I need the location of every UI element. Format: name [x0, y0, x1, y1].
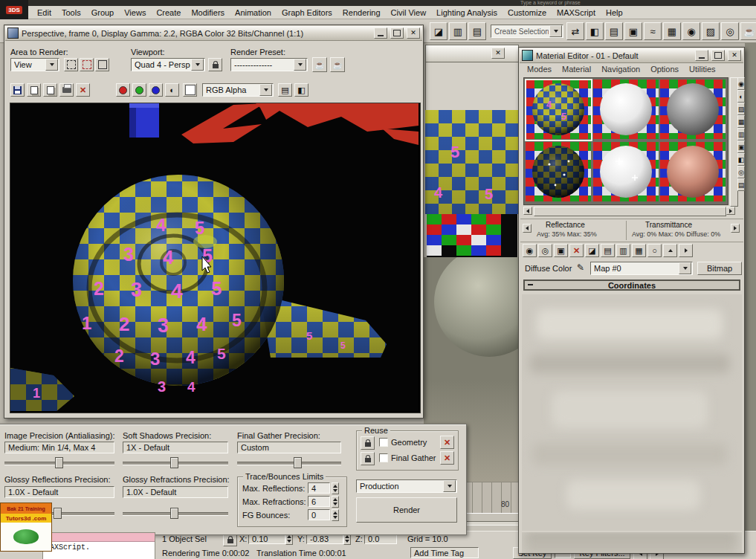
red-channel-icon[interactable]: [116, 83, 130, 97]
fg-bounces-spinner[interactable]: [332, 509, 339, 521]
auto-region-icon[interactable]: [80, 58, 94, 71]
sample-slot-2[interactable]: [593, 80, 659, 140]
channel-dropdown-icon[interactable]: [259, 84, 272, 96]
area-to-render-combo[interactable]: View: [10, 58, 59, 71]
map-dropdown-icon[interactable]: [679, 262, 691, 274]
menu-rendering[interactable]: Rendering: [338, 8, 385, 17]
sample-type-icon[interactable]: ◉: [737, 77, 745, 90]
viewport-lock-icon[interactable]: [208, 58, 222, 71]
coordinates-rollout[interactable]: Coordinates: [523, 280, 740, 291]
print-image-icon[interactable]: [59, 83, 74, 97]
me-maximize-icon[interactable]: [711, 50, 725, 61]
copy-image-icon[interactable]: [27, 83, 41, 97]
me-minimize-icon[interactable]: [695, 50, 708, 61]
sample-slot-3[interactable]: [660, 80, 726, 140]
final-gather-checkbox[interactable]: [379, 453, 388, 462]
listener-pane[interactable]: MAXScript.: [43, 542, 155, 559]
render-production-icon[interactable]: ☕: [740, 22, 756, 40]
render-teapot-icon[interactable]: ☕: [330, 57, 345, 72]
me-menu-material[interactable]: Material: [562, 65, 591, 74]
rendered-frame2-icon[interactable]: ◎: [721, 22, 739, 40]
reset-map-icon[interactable]: ✕: [569, 244, 584, 257]
graphite-ribbon-icon[interactable]: ▣: [624, 22, 642, 40]
render-preset-combo[interactable]: --------------: [230, 58, 308, 71]
sample-slot-1[interactable]: 45: [526, 80, 592, 140]
menu-customize[interactable]: Customize: [503, 8, 551, 17]
macro-recorder-pane[interactable]: [43, 533, 155, 542]
slots-scroll-left-icon[interactable]: [523, 207, 532, 215]
rfw-maximize-icon[interactable]: [390, 28, 404, 39]
geometry-lock-icon[interactable]: [361, 436, 375, 450]
final-gather-lock-icon[interactable]: [361, 452, 375, 465]
clear-image-icon[interactable]: ✕: [76, 83, 90, 97]
layer-manager-icon[interactable]: ▤: [605, 22, 623, 40]
sample-uv-tiling-icon[interactable]: ▦: [737, 115, 745, 128]
curve-editor-icon[interactable]: ≈: [644, 22, 662, 40]
clear-color-swatch[interactable]: [183, 83, 197, 97]
rendered-image[interactable]: 4 5 3 4 5 2 3 4 5 1 2 3 4 5 2 3 4: [10, 103, 419, 411]
menu-tools[interactable]: Tools: [57, 8, 85, 17]
render-setup-icon[interactable]: ◪: [430, 22, 448, 40]
mirror-icon[interactable]: ⇄: [566, 22, 584, 40]
render-mode-combo[interactable]: Production: [356, 479, 457, 493]
me-close-icon[interactable]: ✕: [728, 50, 741, 61]
geometry-checkbox[interactable]: [379, 438, 388, 447]
rfw-minimize-icon[interactable]: [374, 28, 387, 39]
bitmap-type-button[interactable]: Bitmap: [697, 262, 742, 275]
render-setup2-icon[interactable]: ▨: [702, 22, 720, 40]
max-refractions-spinner[interactable]: [332, 496, 339, 508]
align-icon[interactable]: ◧: [586, 22, 604, 40]
selection-set-dropdown-icon[interactable]: [549, 25, 562, 37]
menu-lighting-analysis[interactable]: Lighting Analysis: [432, 8, 502, 17]
rendered-frame-window-icon[interactable]: ▥: [449, 22, 467, 40]
select-by-material-icon[interactable]: ◎: [737, 166, 745, 178]
final-gather-clear-icon[interactable]: ✕: [440, 451, 454, 465]
max-refractions-field[interactable]: 6: [308, 496, 330, 507]
background-window-titlebar[interactable]: ✕: [425, 45, 519, 62]
max-reflections-field[interactable]: 4: [308, 482, 330, 494]
nav-forward-icon[interactable]: [731, 224, 740, 233]
show-end-result-icon[interactable]: ○: [647, 244, 662, 257]
rfw-titlebar[interactable]: Perspective, frame 0, Display Gamma: 2.2…: [5, 26, 422, 41]
menu-views[interactable]: Views: [120, 8, 150, 17]
render-setup-teapot-icon[interactable]: ☕: [312, 57, 327, 72]
material-id-icon[interactable]: ▥: [616, 244, 630, 257]
backlight-icon[interactable]: ◐: [737, 90, 745, 103]
background-icon[interactable]: ▨: [737, 103, 745, 115]
split-channel-icon[interactable]: ◧: [294, 83, 308, 97]
show-in-viewport-icon[interactable]: ▦: [632, 244, 646, 257]
me-menu-utilities[interactable]: Utilities: [689, 65, 715, 74]
green-channel-icon[interactable]: [132, 83, 146, 97]
app-logo[interactable]: 3DS: [0, 0, 28, 19]
make-unique-icon[interactable]: ◪: [585, 244, 599, 257]
fg-bounces-field[interactable]: 0: [308, 509, 330, 520]
viewport-dropdown-icon[interactable]: [191, 59, 204, 71]
soft-shadows-slider[interactable]: [123, 457, 228, 468]
glossy-refractions-slider[interactable]: [123, 508, 228, 518]
clone-window-icon[interactable]: [43, 83, 57, 97]
sample-slot-6[interactable]: [660, 142, 726, 203]
schematic-view-icon[interactable]: ▦: [663, 22, 681, 40]
go-to-parent-icon[interactable]: [663, 244, 677, 257]
me-menu-modes[interactable]: Modes: [527, 65, 552, 74]
sample-slot-5[interactable]: [593, 142, 659, 203]
me-titlebar[interactable]: Material Editor - 01 - Default ✕: [520, 48, 743, 63]
channel-display-combo[interactable]: RGB Alpha: [202, 83, 274, 97]
menu-modifiers[interactable]: Modifiers: [187, 8, 229, 17]
search-hint[interactable]: Type a keyword or phrase: [520, 0, 581, 5]
me-menu-options[interactable]: Options: [650, 65, 679, 74]
maxscript-mini-listener[interactable]: MAXScript.: [42, 532, 155, 559]
geometry-clear-icon[interactable]: ✕: [440, 436, 454, 449]
menu-animation[interactable]: Animation: [230, 8, 276, 17]
render-mode-dropdown-icon[interactable]: [443, 480, 456, 492]
menu-civil-view[interactable]: Civil View: [387, 8, 430, 17]
rfw-close-icon[interactable]: ✕: [407, 28, 420, 39]
assign-material-icon[interactable]: ▣: [554, 244, 568, 257]
menu-graph-editors[interactable]: Graph Editors: [277, 8, 337, 17]
nav-back-icon[interactable]: [523, 224, 532, 233]
menu-group[interactable]: Group: [87, 8, 119, 17]
background-window-close-icon[interactable]: ✕: [491, 48, 505, 59]
menu-create[interactable]: Create: [152, 8, 185, 17]
put-to-scene-icon[interactable]: ◎: [538, 244, 552, 257]
video-color-check-icon[interactable]: ▥: [737, 128, 745, 140]
